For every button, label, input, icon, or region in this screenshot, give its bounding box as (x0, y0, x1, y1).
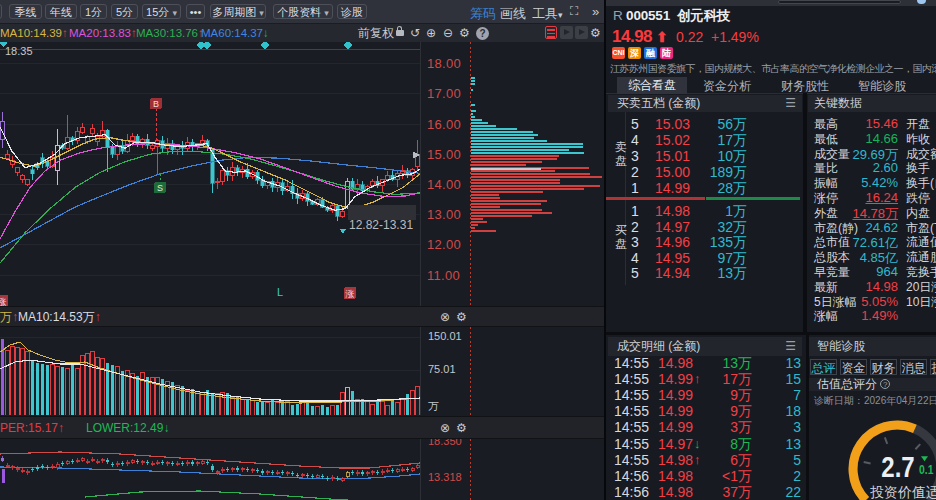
svg-text:13.00: 13.00 (427, 207, 461, 222)
svg-text:18.350: 18.350 (428, 439, 462, 447)
svg-text:涨: 涨 (0, 297, 7, 307)
svg-text:L: L (277, 286, 283, 298)
svg-text:18.00: 18.00 (427, 56, 461, 71)
svg-text:11.00: 11.00 (427, 268, 460, 283)
svg-text:17.00: 17.00 (427, 86, 461, 101)
svg-text:12.00: 12.00 (427, 237, 461, 252)
svg-text:13.318: 13.318 (428, 471, 462, 483)
svg-text:0.1: 0.1 (919, 462, 934, 476)
svg-text:150.01: 150.01 (428, 330, 462, 342)
svg-text:14.00: 14.00 (427, 177, 461, 192)
svg-text:12.82-13.31: 12.82-13.31 (349, 218, 413, 232)
svg-text:S: S (157, 183, 163, 193)
svg-text:B: B (153, 99, 159, 109)
svg-text:2.7: 2.7 (881, 449, 914, 483)
svg-text:涨: 涨 (345, 289, 355, 299)
svg-text:75.01: 75.01 (428, 363, 456, 375)
svg-text:16.00: 16.00 (427, 117, 461, 132)
svg-text:万: 万 (428, 400, 439, 412)
svg-text:18.35: 18.35 (5, 45, 33, 57)
svg-text:15.00: 15.00 (427, 147, 461, 162)
